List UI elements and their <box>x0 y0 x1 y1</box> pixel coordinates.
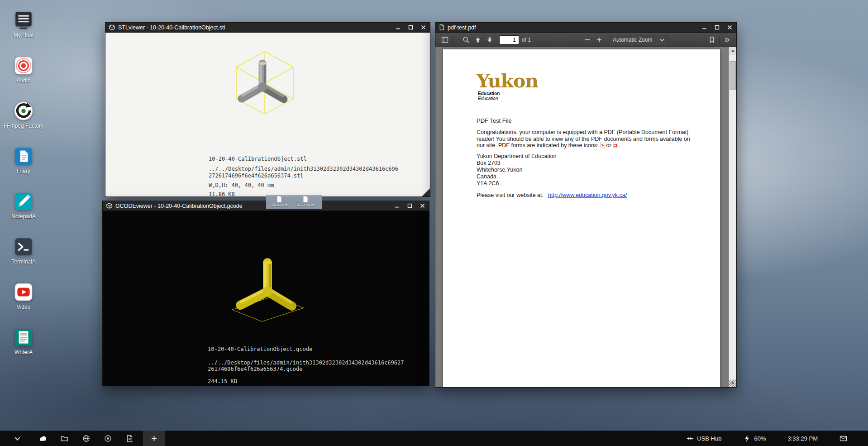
stl-titlebar[interactable]: STLviewer - 10-20-40-CalibrationObject.s… <box>105 23 430 33</box>
gcode-filesize: 244.15 KB <box>208 378 237 384</box>
pdf-content-area: Yukon Education Éducation PDF Test File … <box>435 47 736 387</box>
close-button[interactable] <box>420 24 426 30</box>
clock[interactable]: 3:33:29 PM <box>788 435 818 442</box>
stl-filename: 10-20-40-CalibrationObject.stl <box>209 156 307 162</box>
bookmark-icon <box>708 36 715 43</box>
find-button[interactable] <box>460 34 472 45</box>
maximize-button[interactable] <box>407 203 413 209</box>
pdf-viewer-window: pdf-test.pdf of 1 Automatic Zoom <box>435 22 737 388</box>
mail-indicator[interactable] <box>839 435 847 442</box>
stl-viewer-window: STLviewer - 10-20-40-CalibrationObject.s… <box>105 22 430 197</box>
filary-icon <box>13 146 34 167</box>
gcode-3d-model <box>214 237 314 337</box>
my-host-icon <box>13 10 34 31</box>
usb-hub-indicator[interactable]: USB Hub <box>686 435 721 442</box>
previous-page-button[interactable] <box>472 34 484 45</box>
stl-3d-model <box>219 43 310 142</box>
window-controls <box>394 203 425 209</box>
pdf-doc-title: PDF Test File <box>477 117 512 124</box>
file-icon-item[interactable]: 10-20-40a <box>296 196 315 208</box>
desktop-icon-audio[interactable]: Audio <box>3 55 44 84</box>
paragraph-end: . <box>619 142 620 149</box>
taskbar-app-button[interactable] <box>97 431 119 446</box>
desktop-icon-my-host[interactable]: My Host <box>3 10 44 38</box>
circle-app-icon <box>104 434 112 443</box>
pdf-titlebar[interactable]: pdf-test.pdf <box>435 23 736 33</box>
search-icon <box>463 36 470 43</box>
taskbar-add-button[interactable] <box>143 431 165 446</box>
sidebar-toggle-icon <box>441 36 448 43</box>
minus-icon <box>584 36 591 43</box>
maximize-button[interactable] <box>714 24 720 30</box>
website-link[interactable]: http://www.education.gov.yk.ca/ <box>548 192 627 198</box>
stl-render-area[interactable]: 10-20-40-CalibrationObject.stl ../../Des… <box>105 33 430 197</box>
writera-icon <box>13 327 34 348</box>
taskbar-cloud-button[interactable] <box>32 431 53 446</box>
desktop-icon-notepada[interactable]: NotepadA <box>3 191 44 220</box>
window-title: STLviewer - 10-20-40-CalibrationObject.s… <box>118 24 225 31</box>
page-count-label: of 1 <box>522 37 531 43</box>
desktop-icon-label: FFmpeg Factory <box>3 123 44 129</box>
stl-filepath: ../../Desktop/files/admin/inith31302d323… <box>209 166 398 172</box>
zoom-select[interactable]: Automatic Zoom <box>609 35 668 45</box>
scroll-up-button[interactable] <box>729 47 736 55</box>
taskbar-files-button[interactable] <box>53 431 75 446</box>
address-line: Y1A 2C6 <box>477 180 557 187</box>
sidebar-toggle-button[interactable] <box>439 34 451 45</box>
vertical-scrollbar[interactable] <box>729 47 736 387</box>
taskbar-pdf-button[interactable] <box>119 431 140 446</box>
desktop-icon-ffmpeg-factory[interactable]: FFmpeg Factory <box>3 101 44 129</box>
desktop-icon-writera[interactable]: WriterA <box>3 327 44 355</box>
desktop-icon-terminala[interactable]: TerminalA <box>3 236 44 265</box>
website-label: Please visit our website at: <box>477 192 544 198</box>
battery-percentage: 60% <box>754 435 766 442</box>
gcode-render-area[interactable]: 10-20-40-CalibrationObject.gcode ../../D… <box>103 211 429 386</box>
taskbar-right: USB Hub 60% 3:33:29 PM <box>686 435 868 442</box>
folder-icon <box>60 434 69 443</box>
zoom-select-label: Automatic Zoom <box>613 37 652 43</box>
gcode-viewer-window: GCODEviewer - 10-20-40-CalibrationObject… <box>102 201 429 386</box>
maximize-button[interactable] <box>408 24 414 30</box>
window-title: GCODEviewer - 10-20-40-CalibrationObject… <box>115 203 243 209</box>
yukon-logo: Yukon Education Éducation <box>477 72 538 101</box>
toolbar-more-button[interactable] <box>721 34 733 45</box>
address-line: Canada <box>477 173 557 180</box>
audio-icon <box>13 55 34 76</box>
taskbar: USB Hub 60% 3:33:29 PM <box>0 431 868 446</box>
desktop-icon-filary[interactable]: Filary <box>3 146 44 174</box>
zoom-out-button[interactable] <box>582 34 593 45</box>
stl-app-icon <box>109 24 115 30</box>
double-chevron-right-icon <box>723 36 730 43</box>
taskbar-expand-button[interactable] <box>8 431 26 446</box>
minimize-button[interactable] <box>394 203 400 209</box>
taskbar-browser-button[interactable] <box>75 431 97 446</box>
page-number-input[interactable] <box>499 35 519 44</box>
gcode-filename: 10-20-40-CalibrationObject.gcode <box>208 346 312 352</box>
zoom-in-button[interactable] <box>593 34 605 45</box>
taskbar-left <box>0 431 165 446</box>
stl-filepath: 2726174696f6e4f626a656374.stl <box>209 173 304 179</box>
plus-icon <box>150 434 158 443</box>
file-label: 10-20-40a <box>296 203 315 207</box>
close-button[interactable] <box>727 24 733 30</box>
address-line: Box 2703 <box>477 160 557 167</box>
address-line: Yukon Department of Education <box>477 153 557 160</box>
minimize-button[interactable] <box>701 24 707 30</box>
bookmark-button[interactable] <box>706 34 718 45</box>
minimize-button[interactable] <box>395 24 401 30</box>
toolbar-divider <box>719 36 720 44</box>
yukon-logo-education-fr: Éducation <box>478 96 538 101</box>
scrollbar-thumb[interactable] <box>730 61 736 90</box>
desktop-icon-video[interactable]: Video <box>3 282 44 310</box>
yukon-logo-word: Yukon <box>477 72 538 90</box>
resize-grip[interactable] <box>729 380 736 387</box>
battery-indicator[interactable]: 60% <box>743 435 766 442</box>
close-button[interactable] <box>420 203 425 209</box>
next-page-button[interactable] <box>484 34 496 45</box>
resize-grip[interactable] <box>422 188 430 197</box>
paragraph-line: reader! You should be able to view any o… <box>477 136 690 143</box>
desktop-icon-label: Audio <box>3 78 44 84</box>
file-icon-item[interactable]: 10-20-40a <box>270 196 289 208</box>
terminala-icon <box>13 236 34 257</box>
file-label: 10-20-40a <box>270 203 289 207</box>
